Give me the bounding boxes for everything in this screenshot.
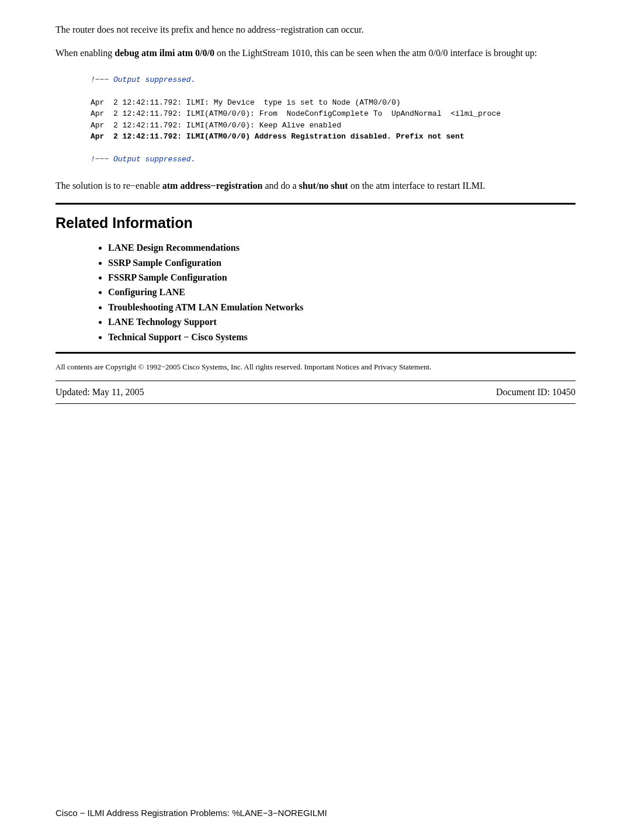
related-item-6: Technical Support − Cisco Systems xyxy=(108,331,575,344)
solution-mid1: and do a xyxy=(262,181,299,191)
code-comment2: !−−− Output suppressed. xyxy=(91,155,195,164)
code-comment1: !−−− Output suppressed. xyxy=(91,75,195,84)
related-item-4: Troubleshooting ATM LAN Emulation Networ… xyxy=(108,301,575,314)
intro-line2-pre: When enabling xyxy=(56,48,115,58)
code-l4: Apr 2 12:42:11.792: ILMI(ATM0/0/0) Addre… xyxy=(91,132,464,141)
code-l3: Apr 2 12:42:11.792: ILMI(ATM0/0/0): Keep… xyxy=(91,121,341,130)
solution-pre: The solution is to re−enable xyxy=(56,181,162,191)
solution-para: The solution is to re−enable atm address… xyxy=(56,179,575,192)
related-link-6[interactable]: Technical Support − Cisco Systems xyxy=(108,332,248,342)
solution-mid2: on the atm interface to restart ILMI. xyxy=(348,181,486,191)
page-footer: Cisco − ILMI Address Registration Proble… xyxy=(56,807,327,819)
code-l2: Apr 2 12:42:11.792: ILMI(ATM0/0/0): From… xyxy=(91,109,501,118)
related-item-3: Configuring LANE xyxy=(108,286,575,299)
intro-line2-cmd: debug atm ilmi atm 0/0/0 xyxy=(115,48,214,58)
footer-row: Updated: May 11, 2005 Document ID: 10450 xyxy=(56,386,575,399)
divider-after-footer xyxy=(56,403,575,404)
related-link-3[interactable]: Configuring LANE xyxy=(108,287,185,297)
divider-after-related xyxy=(56,352,575,354)
code-l1: Apr 2 12:42:11.792: ILMI: My Device type… xyxy=(91,98,401,107)
intro-line2: When enabling debug atm ilmi atm 0/0/0 o… xyxy=(56,47,575,60)
solution-b2: shut/no shut xyxy=(299,181,348,191)
solution-b1: atm address−registration xyxy=(162,181,263,191)
footer-updated: Updated: May 11, 2005 xyxy=(56,386,144,399)
divider-before-footer xyxy=(56,381,575,381)
related-link-4[interactable]: Troubleshooting ATM LAN Emulation Networ… xyxy=(108,302,303,312)
related-list: LANE Design Recommendations SSRP Sample … xyxy=(108,241,575,344)
intro-line1: The router does not receive its prefix a… xyxy=(56,23,575,36)
code-block: !−−− Output suppressed. Apr 2 12:42:11.7… xyxy=(91,74,575,165)
related-item-1: SSRP Sample Configuration xyxy=(108,257,575,269)
related-link-5[interactable]: LANE Technology Support xyxy=(108,317,217,327)
related-link-0[interactable]: LANE Design Recommendations xyxy=(108,243,240,253)
related-item-2: FSSRP Sample Configuration xyxy=(108,271,575,284)
footer-docid: Document ID: 10450 xyxy=(496,386,575,399)
intro-line2-post: on the LightStream 1010, this can be see… xyxy=(214,48,537,58)
related-heading: Related Information xyxy=(56,213,575,233)
related-item-5: LANE Technology Support xyxy=(108,316,575,329)
related-item-0: LANE Design Recommendations xyxy=(108,241,575,254)
related-link-1[interactable]: SSRP Sample Configuration xyxy=(108,258,221,268)
related-link-2[interactable]: FSSRP Sample Configuration xyxy=(108,272,227,282)
copyright-text: All contents are Copyright © 1992−2005 C… xyxy=(56,362,575,372)
divider-before-related xyxy=(56,203,575,205)
